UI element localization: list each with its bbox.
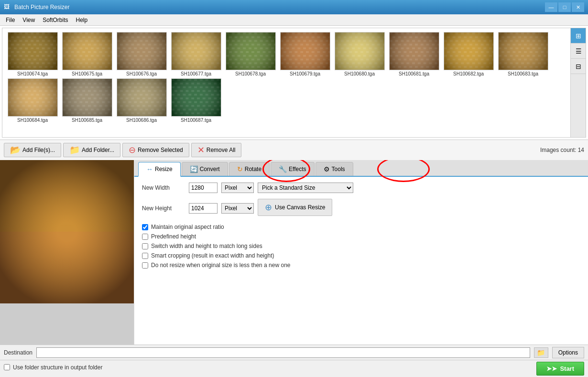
list-item[interactable]: SH100675.tga [61, 32, 113, 76]
remove-all-button[interactable]: ✕ Remove All [191, 143, 242, 157]
smart-cropping-row: Smart cropping (result in exact width an… [142, 252, 580, 259]
maximize-button[interactable]: □ [558, 2, 571, 12]
thumbnail-label: SH100678.tga [235, 71, 266, 76]
list-view-button[interactable]: ☰ [571, 43, 586, 59]
thumbnail-label: SH100681.tga [399, 71, 429, 76]
thumbnail-canvas [62, 78, 112, 117]
preview-canvas [0, 160, 134, 345]
add-folder-button[interactable]: 📁 Add Folder... [63, 143, 120, 157]
rotate-tab-label: Rotate [245, 166, 261, 172]
options-button[interactable]: Options [552, 347, 584, 358]
minimize-button[interactable]: — [545, 2, 557, 12]
new-width-label: New Width [142, 184, 185, 191]
bottom-row: Use folder structure in output folder ➤➤… [0, 360, 588, 377]
list-item[interactable]: SH100685.tga [61, 78, 113, 123]
standard-size-select[interactable]: Pick a Standard Size 640 x 480 800 x 600… [258, 183, 353, 193]
list-item[interactable]: SH100681.tga [388, 32, 440, 76]
width-unit-select[interactable]: Pixel Percent Cm Inch [221, 183, 254, 193]
destination-label: Destination [4, 349, 33, 356]
resize-tab-icon: ↔ [146, 165, 153, 173]
resize-tab-label: Resize [155, 166, 173, 172]
new-width-input[interactable] [189, 183, 218, 193]
list-item[interactable]: SH100679.tga [279, 32, 331, 76]
canvas-resize-button[interactable]: ⊕ Use Canvas Resize [258, 199, 332, 216]
list-item[interactable]: SH100684.tga [6, 78, 59, 123]
add-files-button[interactable]: 📂 Add File(s)... [4, 143, 61, 157]
tab-effects[interactable]: 🔧 Effects [271, 162, 314, 176]
tab-convert[interactable]: 🔄 Convert [182, 162, 228, 176]
add-files-label: Add File(s)... [22, 147, 55, 153]
images-count: Images count: 14 [540, 147, 584, 153]
menu-softorbits[interactable]: SoftOrbits [39, 16, 72, 24]
list-item[interactable]: SH100683.tga [497, 32, 549, 76]
tab-content-resize: New Width Pixel Percent Cm Inch Pick a S… [134, 177, 588, 345]
thumbnail-label: SH100677.tga [181, 71, 211, 76]
remove-selected-button[interactable]: ⊖ Remove Selected [122, 143, 189, 157]
maintain-aspect-label: Maintain original aspect ratio [151, 224, 224, 230]
remove-all-icon: ✕ [197, 145, 205, 155]
tab-tools[interactable]: ⚙ Tools [316, 162, 353, 176]
remove-selected-label: Remove Selected [138, 147, 183, 153]
list-item[interactable]: SH100678.tga [224, 32, 277, 76]
list-item[interactable]: SH100677.tga [170, 32, 222, 76]
thumbnail-label: SH100683.tga [508, 71, 538, 76]
destination-input[interactable] [36, 347, 530, 358]
thumbnail-canvas [171, 32, 221, 70]
convert-tab-label: Convert [200, 166, 220, 172]
switch-width-height-label: Switch width and height to match long si… [151, 243, 262, 249]
thumbnail-canvas [280, 32, 330, 70]
menu-file[interactable]: File [2, 16, 19, 24]
list-item[interactable]: SH100682.tga [442, 32, 495, 76]
tools-tab-icon: ⚙ [324, 165, 330, 173]
switch-width-height-checkbox[interactable] [142, 243, 148, 249]
right-panel: ↔ Resize 🔄 Convert ↻ Rotate 🔧 Effects ⚙ [134, 160, 588, 345]
height-row: New Height Pixel Percent Cm Inch ⊕ Use C… [142, 197, 580, 220]
no-resize-checkbox[interactable] [142, 262, 148, 269]
browse-button[interactable]: 📁 [534, 347, 548, 358]
thumbnail-canvas [226, 32, 276, 70]
thumbnail-label: SH100686.tga [126, 118, 157, 123]
thumbnail-canvas [117, 32, 167, 70]
status-bar: Destination 📁 Options [0, 345, 588, 360]
tab-rotate[interactable]: ↻ Rotate [229, 162, 270, 176]
title-bar: 🖼 Batch Picture Resizer — □ ✕ [0, 0, 588, 14]
menu-view[interactable]: View [19, 16, 39, 24]
new-height-input[interactable] [189, 203, 218, 214]
menu-help[interactable]: Help [72, 16, 92, 24]
add-folder-icon: 📁 [69, 145, 80, 155]
list-item[interactable]: SH100676.tga [115, 32, 168, 76]
grid-view-button[interactable]: ⊟ [571, 59, 586, 74]
large-thumb-view-button[interactable]: ⊞ [571, 28, 586, 43]
convert-tab-icon: 🔄 [190, 165, 198, 173]
predefined-height-row: Predefined height [142, 233, 580, 240]
thumbnail-canvas [8, 32, 58, 70]
canvas-resize-icon: ⊕ [265, 202, 272, 213]
height-unit-select[interactable]: Pixel Percent Cm Inch [221, 203, 254, 214]
thumbnail-label: SH100685.tga [72, 118, 102, 123]
toolbar-area: 📂 Add File(s)... 📁 Add Folder... ⊖ Remov… [0, 140, 588, 160]
gallery-area: SH100674.tgaSH100675.tgaSH100676.tgaSH10… [2, 28, 586, 138]
remove-all-label: Remove All [207, 147, 236, 153]
list-item[interactable]: SH100687.tga [170, 78, 222, 123]
thumbnail-label: SH100680.tga [344, 71, 375, 76]
tools-tab-label: Tools [332, 166, 345, 172]
new-height-label: New Height [142, 205, 185, 212]
effects-tab-icon: 🔧 [279, 165, 287, 173]
tab-resize[interactable]: ↔ Resize [138, 162, 181, 177]
close-button[interactable]: ✕ [572, 2, 584, 12]
list-item[interactable]: SH100686.tga [115, 78, 168, 123]
thumbnail-canvas [171, 78, 221, 117]
list-item[interactable]: SH100674.tga [6, 32, 59, 76]
smart-cropping-checkbox[interactable] [142, 253, 148, 259]
predefined-height-checkbox[interactable] [142, 234, 148, 240]
list-item[interactable]: SH100680.tga [333, 32, 386, 76]
folder-structure-label: Use folder structure in output folder [13, 364, 102, 371]
folder-structure-checkbox[interactable] [4, 364, 10, 370]
thumbnail-canvas [444, 32, 494, 70]
thumbnail-label: SH100676.tga [126, 71, 157, 76]
rotate-tab-icon: ↻ [237, 165, 243, 173]
add-folder-label: Add Folder... [82, 147, 114, 153]
start-button[interactable]: ➤➤ Start [536, 362, 584, 376]
maintain-aspect-checkbox[interactable] [142, 224, 148, 230]
no-resize-label: Do not resize when original size is less… [151, 262, 291, 269]
